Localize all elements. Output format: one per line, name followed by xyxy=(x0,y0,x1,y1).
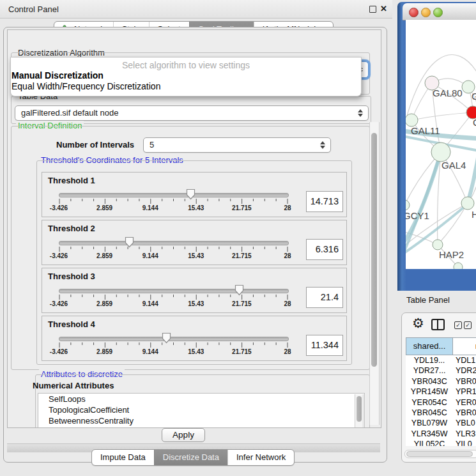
threshold-slider-handle[interactable] xyxy=(162,332,171,344)
close-icon[interactable]: ✕ xyxy=(380,4,387,13)
tab-label: Infer Network xyxy=(236,450,286,465)
table-row[interactable]: YDR27...YDR2 xyxy=(406,365,476,376)
cell-shared-name[interactable]: YBL079W xyxy=(406,418,453,428)
threshold-slider-track[interactable] xyxy=(59,289,289,293)
number-of-intervals-combobox[interactable]: 5 xyxy=(143,137,331,153)
cell-name[interactable]: YLR3 xyxy=(456,429,476,439)
threshold-slider-track[interactable] xyxy=(59,241,289,245)
checkbox-icon-1[interactable]: ✓ xyxy=(454,321,462,329)
cell-name[interactable]: YPR1 xyxy=(456,387,476,397)
popup-option-equal-width-frequency-discretization[interactable]: Equal Width/Frequency Discretization xyxy=(12,81,160,91)
split-columns-icon[interactable] xyxy=(431,319,445,330)
table-column-header-shared[interactable]: shared... xyxy=(406,337,453,355)
apply-button[interactable]: Apply xyxy=(162,428,205,442)
cell-shared-name[interactable]: YER054C xyxy=(406,397,453,408)
cell-name[interactable]: YDL1 xyxy=(456,355,476,365)
threshold-panel-2: Threshold 2-3.4262.8599.14415.4321.71528… xyxy=(42,220,347,265)
table-row[interactable]: YBL079WYBL0 xyxy=(406,418,476,428)
cell-shared-name[interactable]: YBR043C xyxy=(406,376,453,387)
cell-shared-name[interactable]: YDL19... xyxy=(406,355,453,365)
cell-name[interactable]: YDR2 xyxy=(456,365,476,376)
table-row[interactable]: YER054CYER0 xyxy=(406,397,476,408)
attribute-list-item[interactable]: SelfLoops xyxy=(38,394,364,404)
threshold-slider-track[interactable] xyxy=(59,193,289,197)
slider-scale-label: 2.859 xyxy=(89,348,120,355)
popup-option-manual-discretization[interactable]: Manual Discretization xyxy=(12,70,104,81)
table-row[interactable]: YIL052CYIL0 xyxy=(406,439,476,446)
threshold-slider-handle[interactable] xyxy=(186,188,196,200)
table-column-header-name[interactable]: na xyxy=(452,337,476,355)
checkbox-icon-2[interactable]: ✓ xyxy=(464,321,472,329)
network-graph: GAL80GCGAL11GAL4GCY1HHAP2 xyxy=(406,20,476,269)
zoom-traffic-light[interactable] xyxy=(433,8,443,17)
tab-infer-network[interactable]: Infer Network xyxy=(227,450,294,465)
threshold-slider-track[interactable] xyxy=(59,337,289,341)
panel-title: Control Panel xyxy=(8,4,59,14)
cell-shared-name[interactable]: YDR27... xyxy=(406,365,453,376)
cell-name[interactable]: YER0 xyxy=(456,397,476,408)
slider-scale-label: -3.426 xyxy=(43,252,74,259)
table-horizontal-scrollbar[interactable] xyxy=(404,450,476,458)
network-canvas[interactable]: GAL80GCGAL11GAL4GCY1HHAP2 xyxy=(406,20,476,269)
threshold-slider-handle[interactable] xyxy=(125,236,134,248)
node-label-gal11: GAL11 xyxy=(411,125,440,136)
close-traffic-light[interactable] xyxy=(409,8,418,17)
combo-stepper-icon[interactable] xyxy=(320,141,326,149)
slider-scale-label: 2.859 xyxy=(89,300,120,307)
threshold-panel-1: Threshold 1-3.4262.8599.14415.4321.71528… xyxy=(42,172,347,217)
slider-scale-label: 21.715 xyxy=(226,300,257,307)
gear-icon[interactable]: ⚙ xyxy=(412,317,424,330)
minimize-traffic-light[interactable] xyxy=(421,8,431,17)
attribute-list-item[interactable]: TopologicalCoefficient xyxy=(38,404,364,415)
attributes-scroll-thumb[interactable] xyxy=(357,396,362,422)
cell-shared-name[interactable]: YLR345W xyxy=(406,429,453,439)
threshold-label: Threshold 3 xyxy=(48,272,95,281)
tab-label: Impute Data xyxy=(100,450,146,465)
tab-discretize-data[interactable]: Discretize Data xyxy=(154,450,227,465)
control-panel-header xyxy=(0,0,392,19)
network-node-gal11[interactable] xyxy=(406,114,418,127)
threshold-value-field[interactable]: 6.316 xyxy=(306,239,343,260)
table-data-combobox[interactable]: galFiltered.sif default node xyxy=(15,105,369,121)
settings-vertical-scrollbar[interactable] xyxy=(369,122,380,425)
threshold-value-field[interactable]: 11.344 xyxy=(306,335,343,356)
cell-name[interactable]: YBR0 xyxy=(456,408,476,418)
slider-tick-marks xyxy=(59,199,289,204)
attributes-list-scrollbar[interactable] xyxy=(355,394,364,428)
settings-scroll-thumb[interactable] xyxy=(371,133,377,367)
cell-shared-name[interactable]: YBR045C xyxy=(406,408,453,418)
network-node-h-node[interactable] xyxy=(461,197,474,210)
cell-shared-name[interactable]: YPR145W xyxy=(406,387,453,397)
float-window-icon[interactable] xyxy=(369,6,376,13)
table-row[interactable]: YBR045CYBR0 xyxy=(406,408,476,418)
cell-shared-name[interactable]: YIL052C xyxy=(406,439,453,446)
table-row[interactable]: YBR043CYBR0 xyxy=(406,376,476,387)
node-label-top-right: G xyxy=(472,91,476,102)
combo-stepper-icon[interactable] xyxy=(358,109,364,117)
threshold-panel-3: Threshold 3-3.4262.8599.14415.4321.71528… xyxy=(42,268,347,313)
cell-name[interactable]: YIL0 xyxy=(456,439,476,446)
slider-scale-label: 9.144 xyxy=(135,348,165,355)
table-row[interactable]: YDL19...YDL1 xyxy=(406,355,476,365)
attribute-list-item[interactable]: BetweennessCentrality xyxy=(38,415,364,426)
network-window-titlebar[interactable] xyxy=(403,3,476,20)
slider-scale-label: 28 xyxy=(272,300,303,307)
table-row[interactable]: YLR345WYLR3 xyxy=(406,429,476,439)
table-row[interactable]: YPR145WYPR1 xyxy=(406,387,476,397)
threshold-value-field[interactable]: 21.4 xyxy=(306,287,343,308)
network-node-bottom-node[interactable] xyxy=(454,263,463,269)
tab-label: Discretize Data xyxy=(163,450,219,465)
threshold-slider-handle[interactable] xyxy=(234,284,244,296)
network-node-gal4[interactable] xyxy=(431,142,450,162)
tab-impute-data[interactable]: Impute Data xyxy=(92,450,154,465)
cell-name[interactable]: YBL0 xyxy=(456,418,476,428)
slider-scale-label: 28 xyxy=(272,204,303,211)
network-node-gcy1[interactable] xyxy=(406,200,410,210)
threshold-label: Threshold 1 xyxy=(48,176,95,185)
network-node-hap2[interactable] xyxy=(433,240,443,250)
node-label-hap2: HAP2 xyxy=(439,249,464,260)
cell-name[interactable]: YBR0 xyxy=(456,376,476,387)
table-hscroll-thumb[interactable] xyxy=(406,451,473,457)
node-table[interactable]: shared...naYDL19...YDL1YDR27...YDR2YBR04… xyxy=(406,337,476,446)
threshold-value-field[interactable]: 14.713 xyxy=(306,191,343,212)
